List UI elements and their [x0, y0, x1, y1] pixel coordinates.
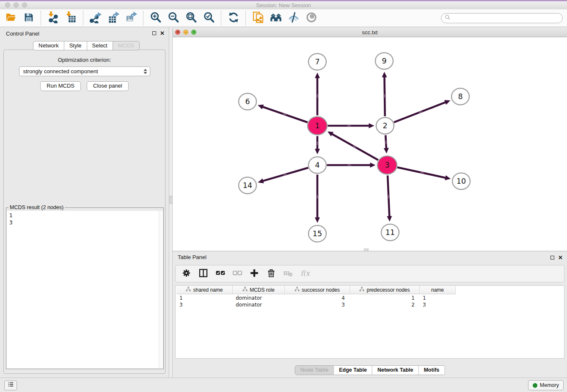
table-panel-title: Table Panel	[178, 254, 206, 260]
control-tab-network[interactable]: Network	[33, 41, 64, 50]
show-hidden-button	[304, 11, 319, 26]
graph-node-3[interactable]: 3	[377, 156, 397, 174]
graph-node-9[interactable]: 9	[375, 53, 393, 69]
splitter-handle[interactable]	[170, 196, 173, 204]
mcds-result-list[interactable]: 13	[7, 211, 163, 368]
delete-table-icon	[283, 268, 293, 280]
table-tab-motifs[interactable]: Motifs	[418, 365, 445, 375]
graph-node-2[interactable]: 2	[376, 118, 394, 134]
graph-node-11[interactable]: 11	[381, 224, 399, 241]
criterion-dropdown[interactable]: strongly connected component	[19, 66, 150, 76]
panel-splitter[interactable]	[169, 28, 173, 378]
table-row[interactable]: 3dominator323	[176, 301, 564, 308]
node-label: 9	[382, 57, 386, 65]
run-mcds-button[interactable]: Run MCDS	[40, 81, 81, 91]
export-image-button[interactable]	[124, 11, 139, 26]
import-network-icon	[47, 11, 59, 25]
search-icon	[444, 14, 451, 22]
first-neighbors-button[interactable]	[268, 11, 284, 26]
column-header-name[interactable]: name	[420, 286, 456, 294]
table-cell[interactable]: dominator	[233, 295, 285, 301]
table-cell[interactable]: 3	[420, 301, 456, 308]
delete-row-icon	[266, 268, 276, 280]
node-label: 8	[458, 92, 462, 101]
column-header-predecessor-nodes[interactable]: predecessor nodes	[350, 286, 420, 294]
export-image-icon	[125, 11, 137, 25]
memory-button[interactable]: Memory	[528, 380, 564, 390]
unselect-all-button[interactable]	[231, 268, 243, 279]
memory-label: Memory	[540, 382, 559, 388]
column-header-label: shared name	[193, 287, 223, 293]
table-row[interactable]: 1dominator411	[176, 295, 564, 301]
node-label: 11	[385, 228, 395, 237]
search-box[interactable]	[441, 13, 563, 23]
table-cell[interactable]: 4	[285, 295, 350, 301]
table-panel-float-button[interactable]	[550, 256, 554, 259]
close-panel-button[interactable]: Close panel	[87, 81, 129, 91]
search-input[interactable]	[453, 14, 562, 22]
shared-column-icon	[186, 287, 191, 293]
zoom-out-button[interactable]	[166, 11, 181, 26]
table-tab-edge-table[interactable]: Edge Table	[334, 365, 372, 375]
toolbar-group	[250, 11, 319, 26]
function-builder-icon: f(x)	[300, 268, 310, 280]
graph-node-4[interactable]: 4	[308, 157, 326, 174]
duplicate-network-button[interactable]	[250, 11, 266, 26]
table-panel: Table Panel ✕ f(x) shared nameMCDS roles…	[173, 252, 567, 378]
column-header-successor-nodes[interactable]: successor nodes	[285, 286, 350, 294]
control-panel-close-button[interactable]: ✕	[160, 31, 165, 36]
hide-selected-button[interactable]	[286, 11, 301, 26]
optimization-criterion-label: Optimization criterion:	[4, 57, 165, 63]
table-cell[interactable]: 1	[350, 295, 420, 301]
control-tab-select[interactable]: Select	[87, 41, 113, 50]
select-all-button[interactable]	[215, 268, 226, 279]
zoom-in-button[interactable]	[148, 11, 163, 26]
control-panel-float-button[interactable]	[152, 31, 156, 35]
network-canvas[interactable]: 7968124314101511	[173, 37, 567, 251]
add-row-button[interactable]	[248, 268, 260, 279]
table-cell[interactable]: 3	[176, 301, 233, 308]
open-session-button[interactable]	[3, 11, 19, 26]
export-network-button[interactable]	[88, 11, 103, 26]
graph-node-14[interactable]: 14	[239, 177, 256, 194]
refresh-view-button[interactable]	[226, 11, 241, 26]
show-hidden-icon	[306, 11, 317, 25]
table-cell[interactable]: 2	[350, 301, 420, 308]
graph-node-10[interactable]: 10	[452, 173, 470, 190]
edge-arrow-1-2	[369, 123, 374, 128]
edge-handle	[317, 195, 318, 199]
graph-node-7[interactable]: 7	[308, 54, 326, 70]
table-cell[interactable]: 1	[420, 295, 456, 301]
toolbar-group	[88, 11, 139, 26]
zoom-fit-button[interactable]	[184, 11, 199, 26]
zoom-selected-button[interactable]	[201, 11, 217, 26]
delete-row-button[interactable]	[265, 268, 277, 279]
column-header-shared-name[interactable]: shared name	[176, 286, 233, 294]
table-panel-close-button[interactable]: ✕	[558, 255, 563, 260]
settings-gear-button[interactable]	[181, 268, 192, 279]
column-header-MCDS-role[interactable]: MCDS role	[233, 286, 285, 294]
split-columns-button[interactable]	[198, 268, 209, 279]
control-tab-mcds[interactable]: MCDS	[113, 41, 140, 50]
save-session-button[interactable]	[21, 11, 36, 26]
graph-node-6[interactable]: 6	[239, 94, 256, 110]
mcds-result-scrollbar[interactable]	[159, 211, 163, 368]
table-cell[interactable]: dominator	[233, 301, 285, 308]
table-cell[interactable]: 1	[176, 295, 233, 301]
graph-node-8[interactable]: 8	[451, 88, 469, 105]
import-table-button[interactable]	[63, 11, 79, 26]
table-cell[interactable]: 3	[285, 301, 350, 308]
graph-node-1[interactable]: 1	[308, 117, 327, 135]
mcds-result-box: MCDS result (2 nodes) 13	[6, 207, 164, 369]
task-history-button[interactable]	[4, 381, 17, 390]
table-tab-node-table[interactable]: Node Table	[295, 365, 334, 375]
network-graph[interactable]: 7968124314101511	[173, 37, 567, 251]
import-network-button[interactable]	[46, 11, 61, 26]
graph-node-15[interactable]: 15	[308, 226, 326, 242]
table-tab-network-table[interactable]: Network Table	[372, 365, 419, 375]
node-table[interactable]: shared nameMCDS rolesuccessor nodesprede…	[175, 285, 564, 359]
edge-handle	[385, 141, 387, 144]
select-all-icon	[215, 268, 226, 280]
export-table-button[interactable]	[106, 11, 121, 26]
control-tab-style[interactable]: Style	[64, 41, 87, 50]
